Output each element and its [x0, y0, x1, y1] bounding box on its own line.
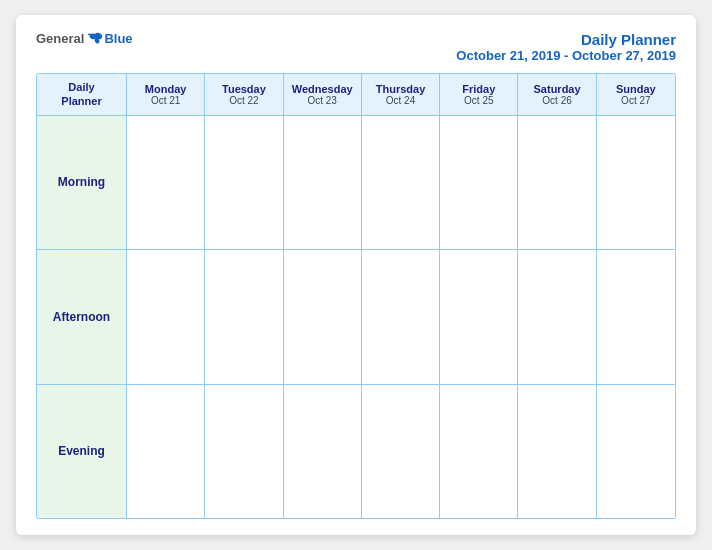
- cell-afternoon-wednesday[interactable]: [284, 250, 362, 383]
- col-day-date-0: Oct 21: [151, 95, 180, 106]
- logo: General Blue: [36, 31, 133, 46]
- header: General Blue Daily Planner October 21, 2…: [36, 31, 676, 63]
- header-col-thursday: ThursdayOct 24: [362, 74, 440, 115]
- calendar-row-morning: Morning: [37, 116, 675, 250]
- header-col-wednesday: WednesdayOct 23: [284, 74, 362, 115]
- calendar-row-evening: Evening: [37, 385, 675, 518]
- header-label-line1: Daily: [68, 80, 94, 94]
- calendar-row-afternoon: Afternoon: [37, 250, 675, 384]
- header-col-sunday: SundayOct 27: [597, 74, 675, 115]
- header-col-monday: MondayOct 21: [127, 74, 205, 115]
- header-col-saturday: SaturdayOct 26: [518, 74, 596, 115]
- col-day-date-3: Oct 24: [386, 95, 415, 106]
- cell-afternoon-monday[interactable]: [127, 250, 205, 383]
- cell-afternoon-friday[interactable]: [440, 250, 518, 383]
- cell-evening-sunday[interactable]: [597, 385, 675, 518]
- calendar: Daily Planner MondayOct 21TuesdayOct 22W…: [36, 73, 676, 519]
- cell-morning-tuesday[interactable]: [205, 116, 283, 249]
- col-day-name-3: Thursday: [376, 83, 426, 95]
- calendar-header-row: Daily Planner MondayOct 21TuesdayOct 22W…: [37, 74, 675, 116]
- col-day-name-4: Friday: [462, 83, 495, 95]
- header-label-line2: Planner: [61, 94, 101, 108]
- header-label-cell: Daily Planner: [37, 74, 127, 115]
- cell-afternoon-sunday[interactable]: [597, 250, 675, 383]
- cell-morning-thursday[interactable]: [362, 116, 440, 249]
- row-label-afternoon: Afternoon: [37, 250, 127, 383]
- logo-area: General Blue: [36, 31, 133, 46]
- col-day-date-4: Oct 25: [464, 95, 493, 106]
- col-day-name-0: Monday: [145, 83, 187, 95]
- col-day-name-1: Tuesday: [222, 83, 266, 95]
- cell-morning-sunday[interactable]: [597, 116, 675, 249]
- cell-evening-tuesday[interactable]: [205, 385, 283, 518]
- col-day-date-6: Oct 27: [621, 95, 650, 106]
- cell-afternoon-thursday[interactable]: [362, 250, 440, 383]
- row-label-evening: Evening: [37, 385, 127, 518]
- bird-icon: [86, 32, 104, 46]
- cell-morning-wednesday[interactable]: [284, 116, 362, 249]
- cell-evening-friday[interactable]: [440, 385, 518, 518]
- cell-morning-friday[interactable]: [440, 116, 518, 249]
- cell-evening-monday[interactable]: [127, 385, 205, 518]
- cell-morning-monday[interactable]: [127, 116, 205, 249]
- cell-morning-saturday[interactable]: [518, 116, 596, 249]
- cell-afternoon-saturday[interactable]: [518, 250, 596, 383]
- calendar-body: MorningAfternoonEvening: [37, 116, 675, 518]
- row-label-morning: Morning: [37, 116, 127, 249]
- col-day-name-2: Wednesday: [292, 83, 353, 95]
- col-day-date-2: Oct 23: [307, 95, 336, 106]
- header-col-friday: FridayOct 25: [440, 74, 518, 115]
- title-area: Daily Planner October 21, 2019 - October…: [456, 31, 676, 63]
- cell-evening-thursday[interactable]: [362, 385, 440, 518]
- col-day-name-6: Sunday: [616, 83, 656, 95]
- header-col-tuesday: TuesdayOct 22: [205, 74, 283, 115]
- col-day-date-1: Oct 22: [229, 95, 258, 106]
- col-day-name-5: Saturday: [534, 83, 581, 95]
- planner-date-range: October 21, 2019 - October 27, 2019: [456, 48, 676, 63]
- cell-evening-wednesday[interactable]: [284, 385, 362, 518]
- cell-evening-saturday[interactable]: [518, 385, 596, 518]
- page: General Blue Daily Planner October 21, 2…: [16, 15, 696, 535]
- cell-afternoon-tuesday[interactable]: [205, 250, 283, 383]
- logo-blue-text: Blue: [104, 31, 132, 46]
- col-day-date-5: Oct 26: [542, 95, 571, 106]
- planner-title: Daily Planner: [456, 31, 676, 48]
- logo-general-text: General: [36, 31, 84, 46]
